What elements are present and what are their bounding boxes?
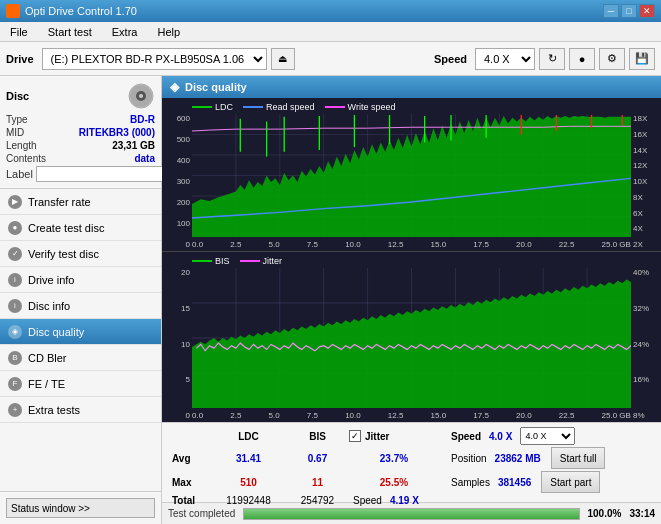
nav-disc-quality[interactable]: ◈ Disc quality — [0, 319, 161, 345]
disc-label-input[interactable] — [36, 166, 169, 182]
nav-icon-fe-te: F — [8, 377, 22, 391]
progress-bar-fill — [244, 509, 578, 519]
nav-icon-disc-quality: ◈ — [8, 325, 22, 339]
sidebar: Disc Type BD-R MID RITEKBR3 (000) Length… — [0, 76, 162, 524]
title-bar-controls: ─ □ ✕ — [603, 4, 655, 18]
start-part-button[interactable]: Start part — [541, 471, 600, 493]
disc-type-label: Type — [6, 114, 28, 125]
nav-label-cd-bler: CD Bler — [28, 352, 67, 364]
nav-icon-create-test-disc: ● — [8, 221, 22, 235]
stats-samples-label: Samples — [451, 477, 490, 488]
stats-pos-label: Position — [451, 453, 487, 464]
stats-ldc-avg: 31.41 — [211, 453, 286, 464]
disc-length-label: Length — [6, 140, 37, 151]
drive-select[interactable]: (E:) PLEXTOR BD-R PX-LB950SA 1.06 — [42, 48, 267, 70]
settings-button[interactable]: ⚙ — [599, 48, 625, 70]
stats-jitter-max: 25.5% — [349, 477, 439, 488]
top-chart-x-axis: 0.0 2.5 5.0 7.5 10.0 12.5 15.0 17.5 20.0… — [192, 237, 631, 251]
stats-max-label: Max — [172, 477, 207, 488]
nav-label-disc-info: Disc info — [28, 300, 70, 312]
burn-button[interactable]: ● — [569, 48, 595, 70]
legend-ldc-label: LDC — [215, 102, 233, 112]
app-icon — [6, 4, 20, 18]
legend-write-speed-color — [325, 106, 345, 108]
disc-contents-label: Contents — [6, 153, 46, 164]
status-window-button[interactable]: Status window >> — [6, 498, 155, 518]
menu-start-test[interactable]: Start test — [42, 24, 98, 40]
disc-icon — [127, 82, 155, 110]
legend-jitter-color — [240, 260, 260, 262]
sidebar-bottom: Status window >> — [0, 491, 161, 524]
speed-select[interactable]: 4.0 X — [475, 48, 535, 70]
stats-total-label: Total — [172, 495, 207, 506]
progress-percent: 100.0% — [588, 508, 622, 519]
stats-pos-val: 23862 MB — [495, 453, 541, 464]
legend-read-speed-label: Read speed — [266, 102, 315, 112]
nav-icon-drive-info: i — [8, 273, 22, 287]
minimize-button[interactable]: ─ — [603, 4, 619, 18]
nav-label-transfer-rate: Transfer rate — [28, 196, 91, 208]
maximize-button[interactable]: □ — [621, 4, 637, 18]
disc-quality-icon: ◈ — [170, 80, 179, 94]
stats-section: ___ LDC BIS ✓ Jitter Speed 4.0 X 4.0 X A… — [162, 422, 661, 502]
bottom-chart-y-axis-left: 20 15 10 5 0 — [162, 252, 192, 422]
save-button[interactable]: 💾 — [629, 48, 655, 70]
menu-bar: File Start test Extra Help — [0, 22, 661, 42]
title-bar: Opti Drive Control 1.70 ─ □ ✕ — [0, 0, 661, 22]
title-bar-left: Opti Drive Control 1.70 — [6, 4, 137, 18]
nav-icon-disc-info: i — [8, 299, 22, 313]
time-display: 33:14 — [629, 508, 655, 519]
nav-create-test-disc[interactable]: ● Create test disc — [0, 215, 161, 241]
speed-label: Speed — [434, 53, 467, 65]
disc-length-value: 23,31 GB — [112, 140, 155, 151]
disc-contents-value: data — [134, 153, 155, 164]
nav-fe-te[interactable]: F FE / TE — [0, 371, 161, 397]
bottom-chart-x-axis: 0.0 2.5 5.0 7.5 10.0 12.5 15.0 17.5 20.0… — [192, 408, 631, 422]
stats-ldc-max: 510 — [211, 477, 286, 488]
stats-ldc-total: 11992448 — [211, 495, 286, 506]
stats-samples-val: 381456 — [498, 477, 531, 488]
menu-file[interactable]: File — [4, 24, 34, 40]
stats-jitter-header: Jitter — [365, 431, 389, 442]
stats-bis-header: BIS — [290, 431, 345, 442]
menu-extra[interactable]: Extra — [106, 24, 144, 40]
nav-label-verify-test-disc: Verify test disc — [28, 248, 99, 260]
legend-bis-label: BIS — [215, 256, 230, 266]
speed-unit-select[interactable]: 4.0 X — [520, 427, 575, 445]
disc-panel: Disc Type BD-R MID RITEKBR3 (000) Length… — [0, 76, 161, 189]
eject-button[interactable]: ⏏ — [271, 48, 295, 70]
start-full-button[interactable]: Start full — [551, 447, 606, 469]
legend-bis: BIS — [192, 256, 230, 266]
bottom-chart-svg — [192, 268, 631, 408]
top-chart-svg — [192, 114, 631, 237]
nav-label-create-test-disc: Create test disc — [28, 222, 104, 234]
close-button[interactable]: ✕ — [639, 4, 655, 18]
legend-write-speed: Write speed — [325, 102, 396, 112]
nav-icon-extra-tests: + — [8, 403, 22, 417]
legend-bis-color — [192, 260, 212, 262]
nav-verify-test-disc[interactable]: ✓ Verify test disc — [0, 241, 161, 267]
stats-ldc-header: LDC — [211, 431, 286, 442]
jitter-checkbox[interactable]: ✓ — [349, 430, 361, 442]
legend-write-speed-label: Write speed — [348, 102, 396, 112]
nav-extra-tests[interactable]: + Extra tests — [0, 397, 161, 423]
nav-transfer-rate[interactable]: ▶ Transfer rate — [0, 189, 161, 215]
disc-mid-label: MID — [6, 127, 24, 138]
stats-total-row: Total 11992448 254792 Speed 4.19 X — [170, 495, 653, 506]
stats-bis-total: 254792 — [290, 495, 345, 506]
refresh-button[interactable]: ↻ — [539, 48, 565, 70]
stats-speed-val: 4.19 X — [390, 495, 419, 506]
disc-contents-row: Contents data — [6, 153, 155, 164]
legend-jitter: Jitter — [240, 256, 283, 266]
bottom-chart-y-axis-right: 40% 32% 24% 16% 8% — [631, 252, 661, 422]
nav-label-disc-quality: Disc quality — [28, 326, 84, 338]
disc-mid-row: MID RITEKBR3 (000) — [6, 127, 155, 138]
nav-cd-bler[interactable]: B CD Bler — [0, 345, 161, 371]
nav-disc-info[interactable]: i Disc info — [0, 293, 161, 319]
disc-type-value: BD-R — [130, 114, 155, 125]
legend-ldc-color — [192, 106, 212, 108]
menu-help[interactable]: Help — [151, 24, 186, 40]
bottom-chart: BIS Jitter 20 15 10 5 0 40% — [162, 252, 661, 422]
top-chart-y-axis-left: 600 500 400 300 200 100 0 — [162, 98, 192, 251]
nav-drive-info[interactable]: i Drive info — [0, 267, 161, 293]
